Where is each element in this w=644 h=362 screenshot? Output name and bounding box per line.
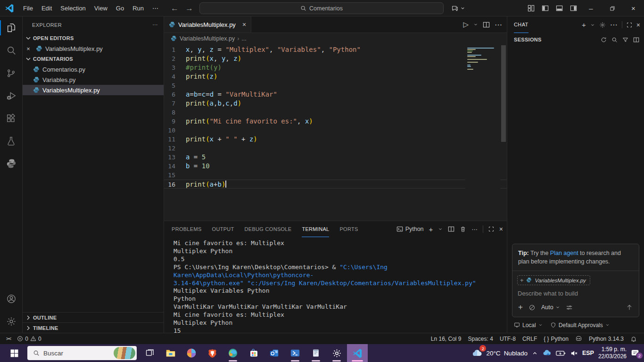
problems-indicator[interactable]: 0 0: [14, 333, 44, 345]
file-item[interactable]: Comentarios.py: [23, 64, 164, 74]
search-sessions-icon[interactable]: [611, 37, 618, 43]
command-center-search[interactable]: Comentarios: [199, 2, 444, 14]
open-editors-header[interactable]: OPEN EDITORS: [23, 33, 164, 43]
minimap[interactable]: [465, 44, 500, 220]
section-timeline[interactable]: TIMELINE: [23, 322, 164, 333]
python-interpreter[interactable]: Python 3.14.3: [586, 333, 627, 345]
battery-icon[interactable]: [556, 350, 566, 356]
panel-tab-debug-console[interactable]: DEBUG CONSOLE: [245, 221, 292, 237]
edge-taskbar-icon[interactable]: [223, 344, 243, 362]
toggle-secondary-sidebar-icon[interactable]: [566, 0, 580, 16]
chevron-down-icon[interactable]: [590, 23, 595, 27]
toggle-primary-sidebar-icon[interactable]: [538, 0, 552, 16]
chat-tab[interactable]: CHAT: [514, 16, 528, 33]
run-dropdown-icon[interactable]: [473, 22, 478, 27]
search-highlight-image[interactable]: [114, 347, 135, 359]
terminal[interactable]: Mi cine favorito es: MultiplexMultiplex …: [164, 237, 507, 344]
menu-edit[interactable]: Edit: [37, 3, 56, 14]
store-taskbar-icon[interactable]: [243, 344, 264, 362]
chat-more-icon[interactable]: ⋯: [610, 20, 618, 29]
extensions-icon[interactable]: [0, 107, 23, 130]
tab-close-icon[interactable]: ×: [242, 21, 246, 28]
keyboard-language[interactable]: ESP: [582, 350, 594, 356]
settings-icon[interactable]: [0, 310, 23, 333]
split-view-icon[interactable]: [633, 37, 639, 43]
panel-tab-ports[interactable]: PORTS: [339, 221, 358, 237]
powershell-taskbar-icon[interactable]: [285, 344, 305, 362]
close-editor-icon[interactable]: ×: [25, 45, 32, 52]
source-control-icon[interactable]: [0, 62, 23, 84]
code-editor[interactable]: 1x, y, z = "Multiplex", "Variables", "Py…: [164, 44, 507, 220]
account-icon[interactable]: [0, 288, 23, 310]
run-python-file-icon[interactable]: ▷: [463, 20, 469, 29]
remote-indicator[interactable]: ><: [3, 333, 14, 345]
minimize-button[interactable]: –: [580, 0, 602, 16]
clock[interactable]: 1:59 p. m. 22/03/2026: [598, 346, 627, 360]
new-chat-icon[interactable]: +: [582, 21, 586, 29]
file-item[interactable]: Variables.py: [23, 74, 164, 85]
brave-taskbar-icon[interactable]: [202, 344, 223, 362]
menu-[interactable]: ⋯: [148, 3, 163, 14]
copilot-status-icon[interactable]: [572, 333, 586, 345]
volume-muted-icon[interactable]: [570, 349, 578, 357]
editor-scrollbar[interactable]: [500, 44, 507, 220]
settings-taskbar-icon[interactable]: [326, 344, 347, 362]
indentation[interactable]: Spaces: 4: [465, 333, 496, 345]
breadcrumb[interactable]: VariablesMultiplex.py › ...: [164, 33, 507, 44]
model-settings-icon[interactable]: [566, 304, 573, 311]
testing-icon[interactable]: [0, 130, 23, 152]
weather-widget[interactable]: 2 20°C Nublado: [471, 347, 527, 359]
menu-view[interactable]: View: [90, 3, 112, 14]
explorer-icon[interactable]: [0, 16, 23, 39]
toggle-panel-icon[interactable]: [552, 0, 566, 16]
panel-more-icon[interactable]: ⋯: [471, 226, 478, 233]
file-explorer-taskbar-icon[interactable]: [160, 344, 181, 362]
close-button[interactable]: ×: [623, 0, 644, 16]
panel-tab-output[interactable]: OUTPUT: [212, 221, 234, 237]
menu-selection[interactable]: Selection: [56, 3, 90, 14]
attach-plus-icon[interactable]: +: [518, 303, 523, 312]
refresh-icon[interactable]: [601, 37, 607, 43]
menu-file[interactable]: File: [19, 3, 37, 14]
copilot-menu-button[interactable]: [448, 2, 468, 14]
cursor-position[interactable]: Ln 16, Col 9: [428, 333, 465, 345]
menu-go[interactable]: Go: [112, 3, 128, 14]
editor-more-icon[interactable]: ⋯: [495, 20, 502, 29]
notepad-taskbar-icon[interactable]: [305, 344, 326, 362]
file-item[interactable]: VariablesMultiplex.py: [23, 85, 164, 95]
chat-close-icon[interactable]: ×: [636, 21, 640, 29]
outlook-taskbar-icon[interactable]: [264, 344, 285, 362]
panel-tab-problems[interactable]: PROBLEMS: [172, 221, 202, 237]
split-editor-icon[interactable]: [483, 21, 490, 28]
close-panel-icon[interactable]: ×: [499, 225, 503, 233]
maximize-panel-icon[interactable]: [488, 226, 494, 232]
section-outline[interactable]: OUTLINE: [23, 312, 164, 322]
environment-picker[interactable]: Local: [514, 322, 543, 329]
task-view-taskbar-icon[interactable]: [140, 344, 160, 362]
forward-icon[interactable]: →: [185, 4, 193, 13]
taskbar-search[interactable]: Buscar: [27, 346, 137, 360]
language-mode[interactable]: { } Python: [540, 333, 572, 345]
mode-picker[interactable]: Auto: [541, 304, 560, 311]
terminal-instance[interactable]: Python: [396, 226, 424, 232]
vscode-taskbar-icon[interactable]: [347, 344, 368, 362]
context-chip[interactable]: + VariablesMultiplex.py: [517, 275, 590, 285]
notifications-bell-icon[interactable]: [627, 333, 640, 345]
filter-icon[interactable]: [622, 37, 628, 43]
tools-icon[interactable]: [528, 304, 536, 311]
menu-run[interactable]: Run: [128, 3, 148, 14]
kill-terminal-icon[interactable]: [460, 226, 466, 232]
folder-header[interactable]: COMENTARIOS: [23, 54, 164, 64]
eol-sequence[interactable]: CRLF: [519, 333, 540, 345]
new-terminal-icon[interactable]: +: [429, 225, 433, 233]
python-icon[interactable]: [0, 152, 23, 175]
tray-expand-icon[interactable]: [532, 350, 538, 356]
terminal-dropdown-icon[interactable]: [438, 227, 443, 231]
send-icon[interactable]: [626, 304, 633, 311]
notification-center[interactable]: 2: [631, 349, 639, 357]
start-button[interactable]: [4, 344, 25, 362]
encoding[interactable]: UTF-8: [496, 333, 519, 345]
explorer-more-icon[interactable]: ⋯: [153, 22, 158, 28]
search-icon[interactable]: [0, 39, 23, 62]
chat-settings-gear-icon[interactable]: [599, 22, 606, 28]
